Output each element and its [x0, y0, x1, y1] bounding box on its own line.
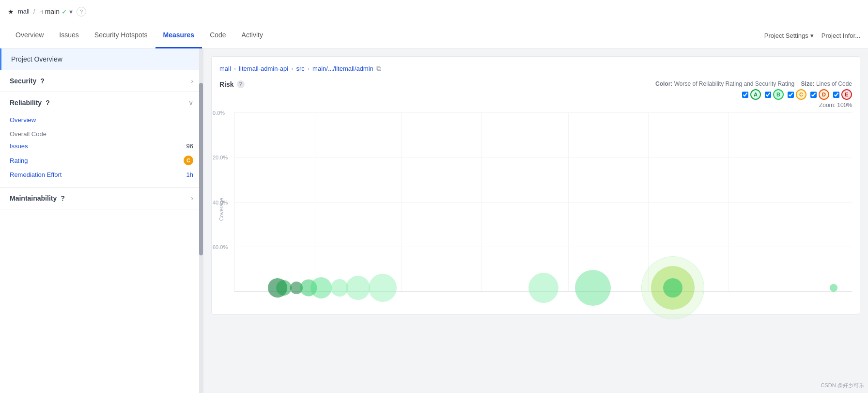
sidebar-section-maintainability-header[interactable]: Maintainability ? ›: [0, 188, 203, 209]
project-settings-button[interactable]: Project Settings ▾: [764, 32, 814, 39]
risk-label: Risk: [219, 80, 234, 88]
grid-line-60: 60.0%: [234, 247, 852, 247]
copy-icon[interactable]: ⧉: [376, 64, 381, 73]
legend-letter-e: E: [841, 89, 852, 100]
v-grid-line-1: [315, 112, 315, 291]
breadcrumb-mall[interactable]: mall: [219, 65, 231, 72]
size-legend-label: Size:: [801, 80, 815, 87]
legend-checkbox-e[interactable]: [833, 92, 839, 98]
issues-metric-row[interactable]: Issues 96: [10, 140, 193, 153]
bubble-2[interactable]: [276, 280, 292, 296]
bubble-7[interactable]: [346, 276, 370, 300]
color-legend-desc: Worse of Reliability Rating and Security…: [674, 80, 795, 87]
zoom-label: Zoom:: [819, 102, 836, 109]
overall-code-label: Overall Code: [10, 126, 193, 140]
legend-letter-d: D: [819, 89, 829, 100]
issues-metric-label: Issues: [10, 142, 28, 150]
grid-label-60: 60.0%: [213, 244, 228, 250]
star-icon[interactable]: ★: [8, 8, 14, 16]
project-name[interactable]: mall: [18, 8, 30, 15]
breadcrumb-src[interactable]: src: [296, 65, 304, 72]
branch-icon: ⑁: [39, 8, 43, 16]
zoom-value: 100%: [837, 102, 852, 109]
sidebar-section-reliability: Reliability ? ∨ Overview Overall Code Is…: [0, 92, 203, 188]
legend-badge-e[interactable]: E: [833, 89, 852, 100]
check-icon: ✓: [62, 8, 67, 16]
main-layout: Project Overview Security ? › Reliabilit…: [0, 48, 868, 393]
remediation-metric-row[interactable]: Remediation Effort 1h: [10, 168, 193, 181]
legend-checkbox-b[interactable]: [765, 92, 771, 98]
size-legend-desc: Lines of Code: [816, 80, 852, 87]
tab-security-hotspots[interactable]: Security Hotspots: [87, 23, 155, 48]
zoom-display: Zoom: 100%: [655, 102, 852, 109]
bc-sep2: ›: [291, 65, 293, 72]
tab-overview[interactable]: Overview: [8, 23, 51, 48]
dropdown-icon[interactable]: ▾: [69, 8, 73, 16]
remediation-metric-value: 1h: [186, 171, 193, 178]
bubble-13[interactable]: [663, 278, 682, 298]
bc-sep1: ›: [234, 65, 236, 72]
security-help-icon[interactable]: ?: [40, 77, 45, 85]
maintainability-help-icon[interactable]: ?: [61, 194, 65, 202]
reliability-overview-row[interactable]: Overview: [10, 113, 193, 126]
legend-checkbox-a[interactable]: [742, 92, 748, 98]
security-chevron-icon: ›: [191, 77, 193, 85]
tab-code[interactable]: Code: [202, 23, 233, 48]
tab-issues[interactable]: Issues: [51, 23, 86, 48]
grid-label-20: 20.0%: [213, 155, 228, 160]
v-grid-line-6: [728, 112, 729, 291]
tab-activity[interactable]: Activity: [234, 23, 271, 48]
grid-label-40: 40.0%: [213, 200, 228, 205]
reliability-section-body: Overview Overall Code Issues 96 Rating C…: [0, 113, 203, 187]
legend-badge-c[interactable]: C: [788, 89, 806, 100]
chart-meta: Risk ? Color: Worse of Reliability Ratin…: [219, 80, 852, 109]
sidebar-section-security: Security ? ›: [0, 70, 203, 92]
risk-help-icon[interactable]: ?: [237, 80, 245, 88]
breadcrumb: mall › litemall-admin-api › src › main/.…: [219, 64, 852, 73]
grid-line-40: 40.0%: [234, 202, 852, 203]
sidebar-scrollbar[interactable]: [199, 48, 203, 393]
legend-badge-d[interactable]: D: [810, 89, 829, 100]
reliability-help-icon[interactable]: ?: [46, 99, 50, 107]
watermark: CSDN @好乡可乐: [821, 382, 864, 389]
bc-sep3: ›: [308, 65, 310, 72]
grid-line-0: 0.0%: [234, 112, 852, 113]
legend-badge-b[interactable]: B: [765, 89, 784, 100]
project-settings-label: Project Settings: [764, 32, 808, 39]
bubble-8[interactable]: [369, 274, 397, 302]
breadcrumb-admin[interactable]: main/.../litemall/admin: [312, 65, 373, 72]
tab-measures[interactable]: Measures: [155, 23, 202, 48]
legend-checkbox-d[interactable]: [810, 92, 817, 98]
branch-name: main: [45, 8, 60, 16]
legend-letter-a: A: [750, 89, 761, 100]
sidebar-section-maintainability: Maintainability ? ›: [0, 188, 203, 209]
v-grid-line-5: [648, 112, 649, 291]
branch-selector[interactable]: ⑁ main ✓ ▾: [39, 8, 73, 16]
sidebar-section-security-header[interactable]: Security ? ›: [0, 70, 203, 92]
legend-badges: A B C D: [655, 89, 852, 100]
breadcrumb-api[interactable]: litemall-admin-api: [239, 65, 288, 72]
bubble-far-right[interactable]: [830, 284, 837, 292]
help-icon[interactable]: ?: [77, 7, 86, 16]
sidebar-scrollbar-thumb: [199, 83, 203, 255]
sidebar-item-project-overview[interactable]: Project Overview: [0, 48, 203, 70]
chart-inner: 0.0% 20.0% 40.0% 60.0%: [234, 112, 852, 292]
reliability-overview-label: Overview: [10, 116, 36, 124]
maintainability-section-label: Maintainability ?: [10, 194, 65, 202]
color-legend: Color: Worse of Reliability Rating and S…: [655, 80, 852, 87]
project-info-button[interactable]: Project Infor...: [822, 32, 860, 39]
legend-checkbox-c[interactable]: [788, 92, 794, 98]
sidebar-section-reliability-header[interactable]: Reliability ? ∨: [0, 92, 203, 113]
v-grid-line-3: [481, 112, 482, 291]
maintainability-chevron-icon: ›: [191, 194, 193, 202]
nav-tabs-left: Overview Issues Security Hotspots Measur…: [8, 23, 764, 48]
bubble-9[interactable]: [528, 273, 558, 303]
legend-badge-a[interactable]: A: [742, 89, 761, 100]
rating-metric-label: Rating: [10, 157, 28, 164]
bubble-10[interactable]: [575, 270, 611, 306]
bubble-5[interactable]: [310, 277, 332, 299]
chart-wrapper: Coverage 0.0% 20.0% 40.0% 60.0%: [219, 112, 852, 306]
rating-metric-row[interactable]: Rating C: [10, 153, 193, 168]
grid-label-0: 0.0%: [213, 110, 225, 116]
project-settings-dropdown-icon: ▾: [810, 32, 814, 39]
